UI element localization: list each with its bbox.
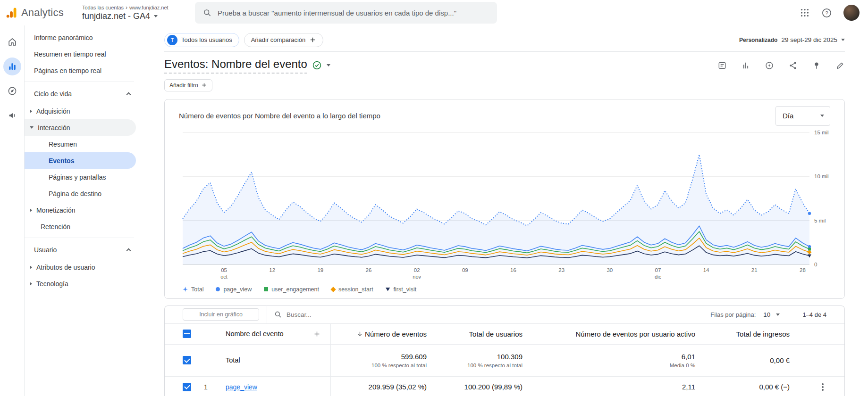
table-search[interactable] (274, 310, 428, 319)
page-title[interactable]: Eventos: Nombre del evento (164, 58, 307, 74)
comparisons-icon[interactable] (741, 61, 750, 70)
sidebar-item-retencion[interactable]: Retención (25, 218, 136, 235)
column-header-dimension[interactable]: Nombre del evento (226, 330, 284, 338)
apps-grid-icon[interactable] (800, 8, 810, 18)
nav-divider (25, 82, 134, 82)
legend-item-page-view[interactable]: page_view (216, 286, 252, 293)
pin-icon[interactable] (812, 61, 821, 70)
breadcrumb-accounts[interactable]: Todas las cuentas (82, 5, 124, 10)
segment-initial-badge: T (167, 35, 177, 45)
legend-item-total[interactable]: Total (183, 286, 203, 293)
sidebar-item-paginas-tiempo-real[interactable]: Páginas en tiempo real (25, 62, 136, 79)
sidebar-item-informe-panoramico[interactable]: Informe panorámico (25, 29, 136, 46)
legend-label: session_start (338, 286, 373, 293)
event-name-link[interactable]: page_view (226, 383, 257, 391)
svg-text:?: ? (825, 10, 828, 16)
product-name: Analytics (21, 7, 64, 19)
svg-text:nov: nov (413, 274, 421, 280)
data-quality-icon[interactable] (312, 60, 322, 70)
sidebar-item-label: Retención (41, 223, 70, 231)
home-icon[interactable] (3, 33, 21, 51)
advertising-icon[interactable] (3, 107, 21, 124)
help-icon[interactable]: ? (821, 8, 832, 18)
sidebar-item-label: Páginas en tiempo real (34, 67, 101, 74)
add-comparison-chip[interactable]: Añadir comparación (244, 33, 324, 47)
shell: Informe panorámico Resumen en tiempo rea… (0, 25, 868, 396)
svg-text:21: 21 (751, 267, 758, 273)
sidebar-item-interaccion[interactable]: Interacción (25, 119, 136, 136)
rows-per-page-value: 10 (763, 311, 770, 318)
select-all-checkbox[interactable] (183, 330, 191, 338)
sidebar-item-paginas-y-pantallas[interactable]: Páginas y pantallas (25, 169, 136, 185)
report-title-row: Eventos: Nombre del evento (164, 58, 845, 74)
legend-item-first-visit[interactable]: first_visit (386, 286, 417, 293)
search-input[interactable] (218, 9, 489, 17)
sidebar-item-resumen-tiempo-real[interactable]: Resumen en tiempo real (25, 46, 136, 62)
sidebar-item-atributos-de-usuario[interactable]: Atributos de usuario (25, 259, 136, 275)
reports-icon[interactable] (3, 58, 21, 75)
column-header-events-per-user[interactable]: Número de eventos por usuario activo (576, 330, 695, 338)
edit-icon[interactable] (835, 61, 845, 70)
table-total-row: Total 599.609 100 % respecto al total 10… (165, 345, 844, 377)
account-switcher[interactable]: Todas las cuentas www.funjdiaz.net funjd… (82, 4, 188, 21)
svg-text:14: 14 (703, 267, 709, 273)
property-selector[interactable]: funjdiaz.net - GA4 (82, 11, 188, 21)
plus-icon (309, 36, 316, 43)
row-events-per-user-value: 2,11 (682, 383, 695, 391)
chevron-right-icon (30, 265, 32, 269)
svg-text:15 mil: 15 mil (814, 130, 829, 135)
granularity-caret-icon (820, 115, 824, 117)
segment-label: Todos los usuarios (181, 36, 232, 43)
section-title: Ciclo de vida (34, 90, 72, 98)
nav-divider (25, 238, 134, 238)
analytics-logo-icon[interactable] (5, 6, 18, 19)
all-users-chip[interactable]: T Todos los usuarios (164, 33, 239, 47)
include-in-chart-dropzone[interactable]: Incluir en gráfico (183, 308, 259, 321)
rows-per-page-select[interactable]: 10 (763, 311, 780, 318)
annotations-icon[interactable] (717, 61, 727, 70)
sidebar-item-label: Eventos (49, 157, 74, 165)
sidebar-item-label: Tecnología (36, 280, 68, 288)
row-checkbox[interactable] (183, 383, 191, 391)
title-caret-icon[interactable] (327, 64, 330, 66)
global-search[interactable] (195, 2, 497, 24)
sidebar-item-monetizacion[interactable]: Monetización (25, 202, 136, 218)
svg-text:10 mil: 10 mil (814, 173, 829, 179)
column-header-revenue[interactable]: Total de ingresos (736, 330, 790, 338)
legend-label: user_engagement (271, 286, 319, 293)
add-filter-chip[interactable]: Añadir filtro (164, 79, 212, 91)
sidebar-item-adquisicion[interactable]: Adquisición (25, 103, 136, 119)
table-row: 1 page_view 209.959 (35,02 %) 100.200 (9… (165, 377, 844, 396)
row-events-value: 209.959 (35,02 %) (369, 383, 427, 391)
row-menu-icon[interactable] (822, 386, 824, 388)
column-header-events[interactable]: Número de eventos (365, 330, 427, 338)
sidebar-item-pagina-de-destino[interactable]: Página de destino (25, 185, 136, 202)
sidebar-item-resumen[interactable]: Resumen (25, 136, 136, 152)
granularity-select[interactable]: Día (775, 106, 830, 126)
events-over-time-chart[interactable]: 15 mil10 mil5 mil005oct12192602nov091623… (179, 128, 829, 283)
breadcrumb-site[interactable]: www.funjdiaz.net (129, 5, 169, 10)
svg-text:05: 05 (221, 267, 227, 273)
insights-icon[interactable] (765, 61, 774, 70)
sidebar-item-tecnologia[interactable]: Tecnología (25, 275, 136, 292)
chevron-up-icon (126, 92, 131, 97)
legend-item-session-start[interactable]: session_start (331, 286, 373, 293)
date-caret-icon (841, 39, 845, 41)
svg-text:16: 16 (510, 267, 516, 273)
table-search-input[interactable] (287, 311, 428, 318)
total-events-value: 599.609 (401, 353, 427, 361)
user-avatar[interactable] (843, 5, 860, 21)
add-dimension-icon[interactable] (313, 330, 321, 338)
sidebar-section-ciclo-de-vida[interactable]: Ciclo de vida (25, 85, 141, 103)
sidebar-item-label: Interacción (38, 124, 70, 132)
legend-item-user-engagement[interactable]: user_engagement (264, 286, 319, 293)
breadcrumb-chevron-icon (126, 4, 127, 11)
sidebar-section-usuario[interactable]: Usuario (25, 241, 141, 259)
column-header-users[interactable]: Total de usuarios (469, 330, 522, 338)
sidebar-item-eventos[interactable]: Eventos (25, 152, 136, 169)
share-icon[interactable] (788, 61, 798, 70)
total-row-checkbox[interactable] (183, 356, 191, 364)
total-events-sub: 100 % respecto al total (371, 363, 427, 368)
date-range-picker[interactable]: Personalizado 29 sept-29 dic 2025 (739, 36, 845, 43)
explore-icon[interactable] (3, 82, 21, 100)
